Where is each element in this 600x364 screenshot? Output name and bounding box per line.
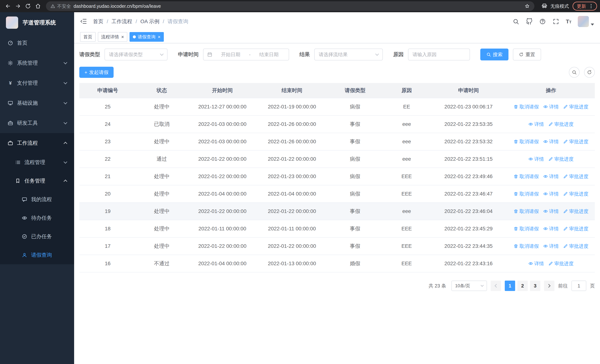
sidebar-item-task[interactable]: 任务管理: [0, 172, 74, 190]
approval-progress-link[interactable]: 审批进度: [563, 139, 588, 145]
github-icon: [526, 18, 533, 25]
search-icon: [572, 70, 577, 75]
approval-progress-link[interactable]: 审批进度: [563, 225, 588, 232]
create-leave-button[interactable]: + 发起请假: [79, 67, 113, 78]
cancel-leave-link[interactable]: 取消请假: [514, 139, 539, 145]
detail-link[interactable]: 详情: [543, 139, 559, 145]
apply-time-range-picker[interactable]: 开始日期 - 结束日期: [203, 48, 289, 60]
browser-back-button[interactable]: [3, 1, 13, 11]
tab-close-icon[interactable]: ×: [158, 35, 160, 39]
approval-progress-link[interactable]: 审批进度: [563, 191, 588, 197]
approval-progress-link[interactable]: 审批进度: [548, 156, 573, 162]
sidebar-item-my-process[interactable]: 我的流程: [0, 190, 74, 209]
breadcrumb-item[interactable]: OA 示例: [141, 18, 159, 25]
table-row: 18处理中2022-01-11 00:00:002022-01-11 00:00…: [79, 220, 595, 238]
page-number-2[interactable]: 2: [517, 280, 528, 291]
detail-link[interactable]: 详情: [543, 191, 559, 197]
kebab-menu-icon[interactable]: [588, 3, 594, 9]
sidebar-item-payment[interactable]: ¥支付管理: [0, 73, 74, 93]
page-size-select[interactable]: 10条/页: [451, 280, 487, 291]
sidebar-item-workflow[interactable]: 工作流程: [0, 133, 74, 153]
fullscreen-button[interactable]: [552, 18, 559, 25]
collapse-sidebar-button[interactable]: [80, 18, 87, 25]
user-menu[interactable]: [578, 16, 594, 27]
tab-close-icon[interactable]: ×: [121, 35, 124, 39]
edit-icon: [548, 261, 553, 266]
reset-button[interactable]: 重置: [513, 48, 541, 60]
op-link-label: 详情: [549, 173, 559, 180]
tab-首页[interactable]: 首页: [80, 32, 96, 42]
sidebar-item-leave-query[interactable]: 请假查询: [0, 246, 74, 264]
browser-forward-button[interactable]: [13, 1, 23, 11]
tab-流程详情[interactable]: 流程详情×: [98, 32, 127, 42]
approval-progress-link[interactable]: 审批进度: [548, 260, 573, 267]
approval-progress-link[interactable]: 审批进度: [563, 104, 588, 110]
reason-input[interactable]: [408, 48, 470, 60]
search-button[interactable]: 搜索: [480, 48, 508, 60]
sidebar-item-devtools[interactable]: 研发工具: [0, 113, 74, 133]
sidebar-item-done-task[interactable]: 已办任务: [0, 227, 74, 246]
cancel-leave-link[interactable]: 取消请假: [514, 104, 539, 110]
browser-reload-button[interactable]: [23, 1, 33, 11]
cell-end-time: 2022-01-26 00:00:00: [257, 133, 327, 150]
cell-start-time: 2022-01-22 00:00:00: [188, 150, 257, 168]
page-number-1[interactable]: 1: [505, 280, 515, 291]
cancel-leave-link[interactable]: 取消请假: [514, 191, 539, 197]
sidebar-item-infra[interactable]: 基础设施: [0, 93, 74, 113]
breadcrumb-item[interactable]: 工作流程: [112, 18, 132, 25]
detail-link[interactable]: 详情: [543, 173, 559, 180]
help-button[interactable]: [539, 18, 546, 25]
address-bar[interactable]: 不安全 dashboard.yudao.iocoder.cn/bpm/oa/le…: [46, 1, 534, 11]
yen-icon: ¥: [7, 80, 13, 86]
approval-progress-link[interactable]: 审批进度: [563, 243, 588, 250]
browser-update-button[interactable]: 更新: [572, 2, 597, 10]
approval-progress-link[interactable]: 审批进度: [563, 208, 588, 215]
github-link[interactable]: [526, 18, 533, 25]
approval-progress-link[interactable]: 审批进度: [548, 121, 573, 128]
app-logo[interactable]: 芋道管理系统: [0, 12, 74, 33]
cancel-leave-link[interactable]: 取消请假: [514, 208, 539, 215]
cell-reason: eee: [383, 133, 430, 150]
sidebar-item-label: 支付管理: [17, 80, 38, 86]
row-actions: 取消请假详情审批进度: [507, 220, 595, 237]
approval-progress-link[interactable]: 审批进度: [563, 173, 588, 180]
refresh-table-button[interactable]: [584, 67, 595, 78]
detail-link[interactable]: 详情: [543, 104, 559, 110]
detail-link[interactable]: 详情: [528, 156, 544, 162]
cell-start-time: 2022-01-04 00:00:00: [188, 185, 257, 202]
page-number-3[interactable]: 3: [530, 280, 540, 291]
detail-link[interactable]: 详情: [528, 260, 544, 267]
goto-page-input[interactable]: [572, 280, 586, 291]
cancel-leave-link[interactable]: 取消请假: [514, 225, 539, 232]
detail-link[interactable]: 详情: [543, 243, 559, 250]
cell-apply-time: 2022-01-22 23:44:35: [430, 238, 507, 255]
security-chip[interactable]: 不安全: [50, 3, 71, 9]
browser-home-button[interactable]: [33, 1, 43, 11]
leave-type-select[interactable]: 请选择请假类型: [104, 48, 168, 60]
detail-link[interactable]: 详情: [543, 225, 559, 232]
cell-end-time: 2022-01-22 00:00:00: [257, 150, 327, 168]
cell-reason: EEE: [383, 220, 430, 237]
detail-link[interactable]: 详情: [528, 121, 544, 128]
cancel-leave-link[interactable]: 取消请假: [514, 173, 539, 180]
sidebar-item-todo-task[interactable]: 待办任务: [0, 209, 74, 227]
cell-end-time: 2022-01-04 00:00:00: [257, 185, 327, 202]
breadcrumb-separator: /: [136, 19, 137, 24]
header-search-button[interactable]: [512, 18, 519, 25]
home-icon: [35, 3, 41, 9]
tab-请假查询[interactable]: 请假查询×: [130, 32, 164, 42]
cancel-leave-link[interactable]: 取消请假: [514, 243, 539, 250]
font-size-button[interactable]: TT: [566, 19, 572, 24]
next-page-button[interactable]: [544, 280, 554, 291]
breadcrumb-item[interactable]: 首页: [93, 18, 103, 25]
sidebar-item-process[interactable]: 流程管理: [0, 153, 74, 172]
result-select[interactable]: 请选择流结果: [314, 48, 383, 60]
sidebar-item-home[interactable]: 首页: [0, 33, 74, 53]
detail-link[interactable]: 详情: [543, 208, 559, 215]
edit-icon: [563, 174, 568, 179]
toggle-search-button[interactable]: [569, 67, 580, 78]
page-number-list: 123: [505, 280, 540, 291]
prev-page-button[interactable]: [491, 280, 501, 291]
sidebar-item-system[interactable]: 系统管理: [0, 53, 74, 73]
bookmark-button[interactable]: [525, 3, 530, 9]
